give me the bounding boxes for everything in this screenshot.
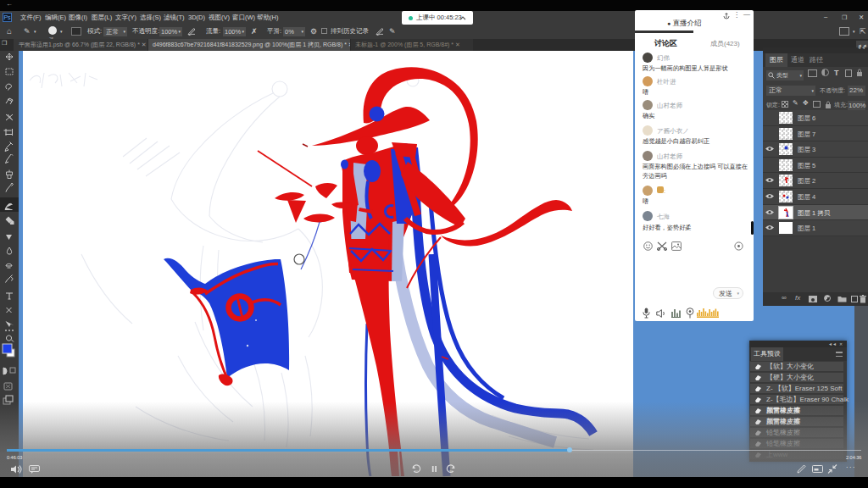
svg-text:10: 10 xyxy=(415,469,419,474)
svg-text:30: 30 xyxy=(449,469,453,474)
